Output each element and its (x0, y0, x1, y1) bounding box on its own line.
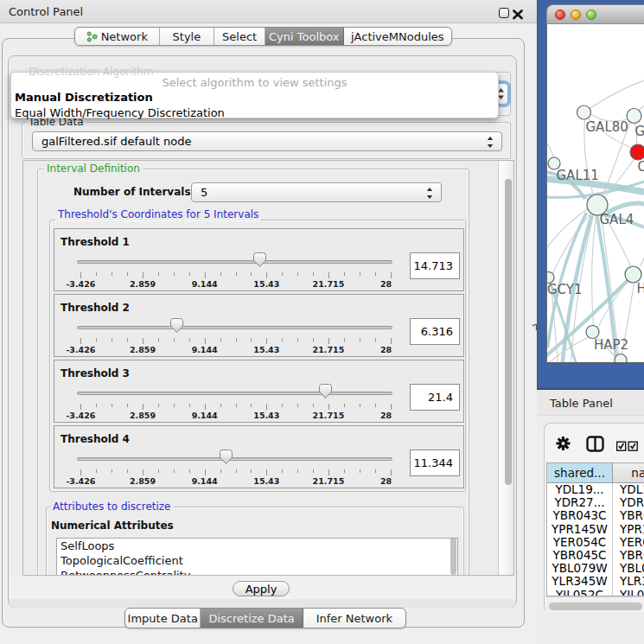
slider-track[interactable] (77, 326, 392, 329)
attribute-list-item[interactable]: TopologicalCoefficient (57, 553, 457, 568)
settings-scrollbar-track[interactable] (498, 161, 514, 576)
table-cell-shared-name[interactable]: YPR145W (547, 523, 613, 536)
GAL80-node[interactable] (577, 105, 590, 119)
table-row[interactable]: YER054CYER0 (547, 536, 644, 549)
threshold-value-field[interactable]: 6.316 (410, 318, 460, 345)
tab-label: Discretize Data (208, 612, 294, 625)
table-row[interactable]: YIL052CYIL0 (547, 589, 644, 597)
red-node[interactable] (630, 144, 644, 160)
table-cell-name[interactable]: YBR0 (613, 549, 644, 562)
slider-scale-label: 21.715 (313, 476, 345, 486)
table-cell-shared-name[interactable]: YBL079W (547, 562, 613, 575)
slider-tick (344, 404, 345, 407)
slider-thumb[interactable] (252, 252, 267, 268)
table-cell-name[interactable]: YBL0 (613, 562, 644, 575)
table-cell-shared-name[interactable]: YLR345W (547, 575, 613, 588)
tab-cyni-toolbox[interactable]: Cyni Toolbox (265, 28, 344, 45)
table-cell-shared-name[interactable]: YBR043C (547, 509, 613, 522)
threshold-coordinates-title: Threshold's Coordinates for 5 Intervals (55, 209, 261, 220)
table-row[interactable]: YBR043CYBR0 (547, 509, 644, 522)
tab-impute-data[interactable]: Impute Data (125, 609, 201, 628)
table-cell-name[interactable]: YBR0 (613, 509, 644, 522)
table-row[interactable]: YDL19...YDL1 (547, 483, 644, 496)
table-cell-name[interactable]: YIL0 (613, 589, 644, 597)
table-row[interactable]: YLR345WYLR3 (547, 575, 644, 588)
network-edge[interactable] (589, 80, 644, 109)
checkboxes-icon[interactable] (616, 438, 640, 449)
table-cell-name[interactable]: YER0 (613, 536, 644, 549)
numerical-attributes-list[interactable]: SelfLoopsTopologicalCoefficientBetweenne… (56, 538, 458, 576)
network-edge[interactable] (546, 143, 553, 157)
GAL1-node[interactable] (627, 109, 641, 124)
table-cell-shared-name[interactable]: YBR045C (547, 549, 613, 562)
slider-tick (391, 404, 392, 410)
table-cell-shared-name[interactable]: YIL052C (547, 589, 613, 597)
number-of-intervals-combobox[interactable]: 5 (191, 182, 442, 202)
slider-tick (205, 272, 206, 278)
slider-track[interactable] (77, 392, 392, 395)
table-cell-name[interactable]: YPR1 (613, 523, 644, 536)
slider-tick (80, 469, 81, 475)
bottom-node[interactable] (615, 354, 627, 365)
threshold-value-field[interactable]: 14.713 (410, 252, 460, 279)
table-data-combobox[interactable]: galFiltered.sif default node (32, 131, 502, 151)
tab-network[interactable]: Network (75, 28, 160, 45)
slider-thumb[interactable] (318, 383, 333, 399)
table-cell-shared-name[interactable]: YDR27... (547, 496, 613, 509)
slider-thumb[interactable] (219, 449, 233, 465)
attributes-list-scrollbar[interactable] (450, 539, 456, 575)
mac-zoom-icon[interactable] (586, 10, 596, 20)
tab-discretize-data[interactable]: Discretize Data (201, 609, 303, 628)
split-table-icon[interactable] (586, 436, 604, 452)
table-hscrollbar-thumb[interactable] (549, 603, 642, 610)
mac-minimize-icon[interactable] (571, 10, 581, 20)
slider-scale-label: 9.144 (192, 476, 218, 486)
close-icon[interactable] (513, 7, 523, 18)
apply-button[interactable]: Apply (233, 581, 290, 596)
table-column-header-1[interactable]: shared... (547, 463, 613, 483)
table-row[interactable]: YDR27...YDR2 (547, 496, 644, 509)
table-hscrollbar-track[interactable] (546, 596, 644, 612)
settings-scrollbar-thumb[interactable] (505, 179, 512, 485)
tab-infer-network[interactable]: Infer Network (303, 609, 405, 628)
slider-track[interactable] (77, 457, 392, 461)
threshold-value-field[interactable]: 21.4 (410, 384, 460, 411)
network-edge[interactable] (591, 215, 596, 325)
table-row[interactable]: YBR045CYBR0 (547, 549, 644, 562)
threshold-value-field[interactable]: 11.344 (410, 450, 460, 476)
node-label-GAL4: GAL4 (599, 212, 634, 227)
table-column-header-2[interactable]: name (613, 463, 644, 483)
table-cell-name[interactable]: YLR3 (613, 575, 644, 588)
table-cell-shared-name[interactable]: YDL19... (547, 483, 613, 496)
network-edge[interactable] (639, 105, 644, 110)
attribute-list-item[interactable]: BetweennessCentrality (57, 568, 457, 576)
slider-scale-label: -3.426 (66, 279, 95, 289)
network-canvas[interactable]: GAL80GAL1CYC8GAL11GAL4GCY1HAP4HAP2 (546, 24, 644, 364)
network-edge[interactable] (546, 208, 588, 249)
tab-jactivemnodules[interactable]: jActiveMNodules (344, 28, 451, 45)
tab-select[interactable]: Select (214, 28, 265, 45)
attribute-list-item[interactable]: SelfLoops (57, 539, 457, 553)
slider-tick (174, 272, 175, 276)
slider-scale-label: 15.43 (253, 476, 279, 486)
network-edge[interactable] (640, 258, 644, 266)
table-cell-name[interactable]: YDR2 (613, 496, 644, 509)
numerical-attributes-label: Numerical Attributes (51, 520, 174, 532)
slider-thumb[interactable] (169, 317, 184, 334)
table-row[interactable]: YBL079WYBL0 (547, 562, 644, 575)
table-cell-name[interactable]: YDL1 (613, 483, 644, 496)
mac-close-icon[interactable] (555, 10, 565, 20)
slider-tick (158, 338, 159, 341)
slider-tick (96, 338, 97, 341)
slider-tick (266, 469, 267, 475)
slider-track[interactable] (77, 260, 392, 264)
float-window-icon[interactable] (499, 8, 509, 18)
popup-item-manual-discretization[interactable]: Manual Discretization (11, 90, 498, 105)
table-cell-shared-name[interactable]: YER054C (547, 536, 613, 549)
popup-item-equal-width[interactable]: Equal Width/Frequency Discretization (11, 105, 498, 121)
table-row[interactable]: YPR145WYPR1 (547, 523, 644, 536)
split-divider-arrow-icon[interactable] (531, 318, 538, 326)
tab-style[interactable]: Style (160, 28, 215, 45)
network-window-titlebar[interactable] (546, 4, 644, 24)
gear-icon[interactable] (556, 436, 571, 451)
